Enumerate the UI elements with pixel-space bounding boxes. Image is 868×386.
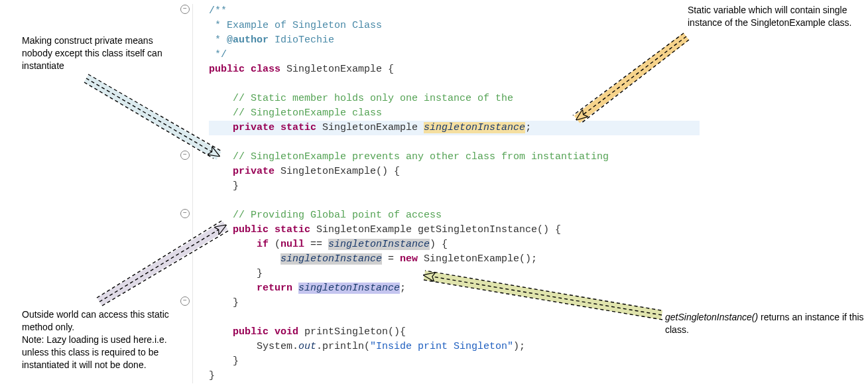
fold-gutter-icon[interactable]: − <box>180 296 190 306</box>
annotation-static-method-line2: Note: Lazy loading is used here.i.e. unl… <box>22 334 167 370</box>
code-line: private SingletonExample() { <box>209 166 400 177</box>
code-line: public void printSingleton(){ <box>209 326 406 338</box>
code-line: System.out.println("Inside print Singlet… <box>209 341 525 352</box>
fold-gutter-icon[interactable]: − <box>180 209 190 218</box>
code-line: // SingletonExample class <box>209 107 382 119</box>
code-line-highlighted: private static SingletonExample singleto… <box>209 121 700 135</box>
code-line: return singletonInstance; <box>209 283 406 294</box>
code-line: // Static member holds only one instance… <box>209 93 513 104</box>
annotation-constructor: Making construct private means nobody ex… <box>22 34 174 72</box>
code-line: singletonInstance = new SingletonExample… <box>209 253 537 265</box>
code-line: // SingletonExample prevents any other c… <box>209 151 609 162</box>
code-line: /** <box>209 5 227 17</box>
token-singleton-instance-ref: singletonInstance <box>280 253 382 265</box>
code-line: } <box>209 268 263 279</box>
code-line: } <box>209 355 239 367</box>
token-singleton-instance-ref: singletonInstance <box>298 283 400 294</box>
code-line: */ <box>209 49 227 60</box>
code-line: } <box>209 297 239 308</box>
code-line: } <box>209 180 239 192</box>
annotation-static-method-line1: Outside world can access this static met… <box>22 309 169 332</box>
fold-gutter-icon[interactable]: − <box>180 5 190 14</box>
code-line: public static SingletonExample getSingle… <box>209 224 561 235</box>
code-line: } <box>209 370 215 381</box>
code-line: * @author IdioTechie <box>209 34 334 46</box>
code-line: * Example of Singleton Class <box>209 20 382 31</box>
annotation-static-method: Outside world can access this static met… <box>22 308 174 371</box>
code-line: public class SingletonExample { <box>209 64 394 75</box>
fold-gutter-icon[interactable]: − <box>180 151 190 160</box>
code-line: // Providing Global point of access <box>209 210 442 221</box>
code-line: if (null == singletonInstance) { <box>209 239 448 250</box>
code-editor: /** * Example of Singleton Class * @auth… <box>192 4 700 383</box>
token-singleton-instance-decl: singletonInstance <box>424 122 525 133</box>
token-singleton-instance-ref: singletonInstance <box>328 239 430 250</box>
annotation-static-variable: Static variable which will contain singl… <box>688 4 860 29</box>
